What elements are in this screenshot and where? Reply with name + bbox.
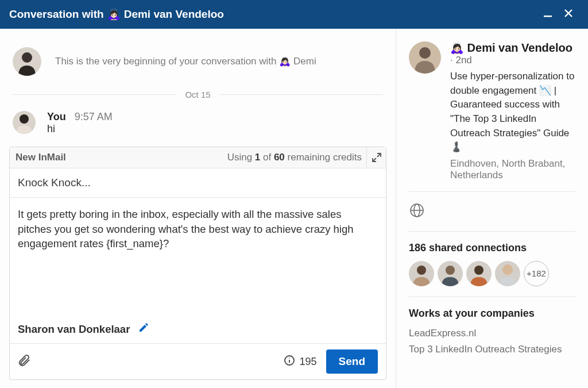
message-row: You 9:57 AM hi	[8, 107, 388, 143]
expand-compose-button[interactable]	[366, 147, 386, 168]
connection-avatar[interactable]	[466, 261, 492, 286]
char-count: 195	[300, 356, 317, 368]
edit-signature-button[interactable]	[138, 322, 149, 336]
connection-avatar[interactable]	[495, 261, 520, 286]
send-button[interactable]: Send	[326, 349, 378, 374]
intro-emoji: 🙇🏻‍♀️	[279, 56, 291, 66]
date-label: Oct 15	[185, 90, 210, 99]
compose-body-input[interactable]: It gets pretty boring in the inbox, espe…	[10, 198, 386, 322]
minimize-button[interactable]	[537, 7, 558, 22]
profile-panel: 🙇🏻‍♀️ Demi van Vendeloo · 2nd Use hyper-…	[396, 29, 588, 388]
title-name: Demi van Vendeloo	[124, 8, 224, 21]
svg-point-16	[474, 266, 483, 275]
intro-text: This is the very beginning of your conve…	[55, 56, 277, 67]
profile-avatar[interactable]	[409, 41, 441, 74]
company-item[interactable]: LeadExpress.nl	[409, 325, 575, 341]
profile-location: Eindhoven, North Brabant, Netherlands	[450, 158, 575, 181]
svg-point-17	[502, 264, 513, 275]
credits-text: Using 1 of 60 remaining credits	[227, 152, 362, 163]
titlebar: Conversation with 🙇🏻‍♀️ Demi van Vendelo…	[0, 0, 588, 29]
profile-name[interactable]: Demi van Vendeloo	[467, 41, 572, 54]
compose-signature: Sharon van Donkelaar	[18, 323, 130, 336]
conversation-panel: This is the very beginning of your conve…	[0, 29, 396, 388]
compose-type-label: New InMail	[16, 152, 66, 163]
date-separator: Oct 15	[13, 90, 383, 99]
profile-degree: · 2nd	[450, 55, 575, 66]
globe-icon[interactable]	[409, 210, 425, 220]
title-emoji: 🙇🏻‍♀️	[107, 8, 121, 21]
shared-connections-avatars[interactable]: +182	[409, 261, 575, 286]
compose-box: New InMail Using 1 of 60 remaining credi…	[9, 147, 386, 380]
compose-subject-input[interactable]: Knock Knock...	[10, 168, 386, 198]
message-text: hi	[47, 123, 113, 135]
svg-point-3	[22, 52, 32, 63]
svg-point-15	[446, 266, 455, 275]
svg-point-9	[289, 358, 290, 359]
message-sender: You	[47, 111, 66, 122]
profile-headline: Use hyper-personalization to double enga…	[450, 70, 575, 155]
svg-point-14	[417, 266, 426, 275]
svg-point-4	[20, 114, 29, 124]
connection-avatar[interactable]	[409, 261, 434, 286]
svg-rect-0	[544, 16, 552, 17]
intro-name: Demi	[293, 56, 316, 67]
info-icon[interactable]	[284, 355, 295, 369]
more-connections-button[interactable]: +182	[524, 261, 549, 286]
contact-avatar	[13, 47, 41, 76]
connection-avatar[interactable]	[438, 261, 463, 286]
message-time: 9:57 AM	[75, 111, 113, 122]
works-at-heading: Works at your companies	[409, 308, 575, 320]
conversation-intro: This is the very beginning of your conve…	[8, 43, 388, 86]
svg-point-10	[419, 47, 431, 59]
self-avatar	[13, 111, 36, 134]
shared-connections-heading[interactable]: 186 shared connections	[409, 242, 575, 254]
profile-emoji: 🙇🏻‍♀️	[450, 42, 464, 54]
company-item[interactable]: Top 3 LinkedIn Outreach Strategies	[409, 341, 575, 358]
title-prefix: Conversation with	[9, 8, 104, 21]
close-button[interactable]	[558, 7, 579, 22]
attach-button[interactable]	[18, 354, 32, 370]
